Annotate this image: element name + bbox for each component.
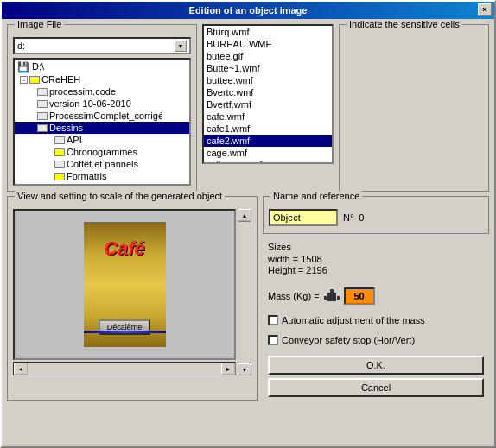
width-value: width = 1508: [268, 254, 484, 264]
height-value: Height = 2196: [268, 265, 484, 275]
preview-group: View and setting to scale of the generat…: [7, 196, 258, 401]
drive-combo[interactable]: d: ▼: [13, 37, 191, 54]
mass-label: Mass (Kg) =: [268, 291, 320, 301]
file-item[interactable]: BUREAU.WMF: [204, 38, 332, 50]
tree-item[interactable]: ProcessimComplet_corrigé_trad: [15, 110, 189, 122]
drive-combo-arrow[interactable]: ▼: [175, 40, 187, 52]
file-item[interactable]: caijaune.wmf: [204, 159, 332, 164]
mass-icon: [323, 288, 340, 304]
file-item-selected[interactable]: cafe2.wmf: [204, 135, 332, 147]
folder-icon: [37, 88, 48, 96]
right-panel: Name and reference Object N° 0 Sizes wid…: [263, 196, 489, 401]
tree-item[interactable]: Chronogrammes: [15, 146, 189, 158]
close-button[interactable]: ×: [478, 3, 492, 16]
tree-item[interactable]: processim.code: [15, 85, 189, 98]
mass-input[interactable]: 50: [344, 287, 375, 305]
sensitive-cells-group: Indicate the sensitive cells: [339, 24, 489, 192]
scrollbar-vtrack[interactable]: [238, 221, 251, 363]
preview-area: Café Décalème: [13, 209, 236, 360]
name-ref-row: Object N° 0: [269, 209, 483, 226]
tree-item[interactable]: 💾 D:\: [15, 60, 189, 73]
file-item[interactable]: cage.wmf: [204, 147, 332, 159]
preview-label: View and setting to scale of the generat…: [15, 191, 225, 201]
name-ref-group: Name and reference Object N° 0: [263, 196, 489, 234]
conveyor-label: Conveyor safety stop (Hor/Vert): [282, 335, 415, 345]
name-ref-group-label: Name and reference: [270, 191, 362, 201]
ok-button[interactable]: O.K.: [268, 356, 484, 375]
tree-item[interactable]: Coffet et pannels: [15, 158, 189, 170]
mass-row: Mass (Kg) = 50: [268, 287, 484, 305]
scroll-left-btn[interactable]: ◄: [14, 363, 28, 375]
sizes-title: Sizes: [268, 242, 484, 252]
cancel-button[interactable]: Cancel: [268, 378, 484, 397]
file-list-container: Bturq.wmf BUREAU.WMF butee.gif Butte~1.w…: [202, 24, 334, 192]
image-file-group: Image File d: ▼ 💾 D:\ -: [7, 24, 197, 192]
tree-item[interactable]: version 10-06-2010: [15, 98, 189, 110]
folder-icon: [54, 136, 65, 144]
sizes-section: Sizes width = 1508 Height = 2196: [263, 238, 489, 278]
object-input[interactable]: Object: [269, 209, 338, 226]
title-bar: Edition of an object image ×: [2, 2, 494, 19]
svg-rect-2: [324, 296, 327, 300]
drive-selector: d: ▼: [13, 37, 191, 54]
tree-item[interactable]: Formatris: [15, 170, 189, 182]
file-item[interactable]: butee.gif: [204, 50, 332, 62]
scroll-right-btn[interactable]: ►: [221, 363, 235, 375]
file-item[interactable]: buttee.wmf: [204, 74, 332, 86]
n-label: N°: [343, 212, 353, 223]
folder-icon: [54, 161, 65, 168]
auto-adjust-row[interactable]: Automatic adjustment of the mass: [268, 315, 484, 325]
folder-icon: [29, 76, 40, 84]
conveyor-row[interactable]: Conveyor safety stop (Hor/Vert): [268, 335, 484, 345]
tree-item[interactable]: Mecanique: [15, 182, 189, 186]
tree-item[interactable]: API: [15, 134, 189, 146]
preview-line: [84, 331, 166, 333]
v-scrollbar[interactable]: ▲ ▼: [238, 209, 251, 375]
scroll-up-btn[interactable]: ▲: [238, 209, 251, 221]
folder-icon: [37, 100, 48, 108]
window-title: Edition of an object image: [189, 5, 308, 16]
expand-icon[interactable]: -: [20, 76, 28, 84]
file-listbox[interactable]: Bturq.wmf BUREAU.WMF butee.gif Butte~1.w…: [202, 24, 334, 164]
main-window: Edition of an object image × Image File …: [0, 0, 496, 448]
file-item[interactable]: Butte~1.wmf: [204, 62, 332, 74]
sensitive-label: Indicate the sensitive cells: [347, 19, 462, 29]
folder-icon: [54, 173, 65, 180]
svg-rect-3: [337, 296, 340, 300]
scroll-down-btn[interactable]: ▼: [238, 363, 251, 375]
image-file-label: Image File: [15, 19, 64, 29]
tree-item[interactable]: - CReHEH: [15, 73, 189, 85]
folder-icon: [54, 148, 65, 156]
n-value: 0: [359, 212, 364, 223]
scrollbar-track[interactable]: [28, 363, 221, 375]
folder-icon: [54, 185, 65, 186]
auto-adjust-checkbox[interactable]: [268, 315, 278, 325]
drive-icon: 💾: [16, 60, 30, 73]
tree-item-selected[interactable]: Dessins: [15, 122, 189, 134]
file-item[interactable]: Bturq.wmf: [204, 26, 332, 38]
folder-icon: [37, 112, 48, 120]
conveyor-checkbox[interactable]: [268, 335, 278, 345]
file-item[interactable]: cafe.wmf: [204, 110, 332, 123]
file-item[interactable]: Bvertc.wmf: [204, 86, 332, 98]
button-row: O.K. Cancel: [263, 352, 489, 401]
auto-adjust-label: Automatic adjustment of the mass: [282, 315, 425, 325]
folder-icon: [37, 124, 48, 132]
h-scrollbar[interactable]: ◄ ►: [13, 362, 236, 375]
drive-value: d:: [17, 41, 25, 51]
file-item[interactable]: cafe1.wmf: [204, 123, 332, 135]
svg-rect-1: [330, 289, 334, 293]
svg-rect-0: [327, 293, 336, 301]
preview-canvas: Café Décalème: [84, 222, 166, 347]
folder-tree[interactable]: 💾 D:\ - CReHEH processi: [13, 58, 191, 186]
preview-title: Café: [104, 237, 145, 260]
file-item[interactable]: Bvertf.wmf: [204, 98, 332, 110]
